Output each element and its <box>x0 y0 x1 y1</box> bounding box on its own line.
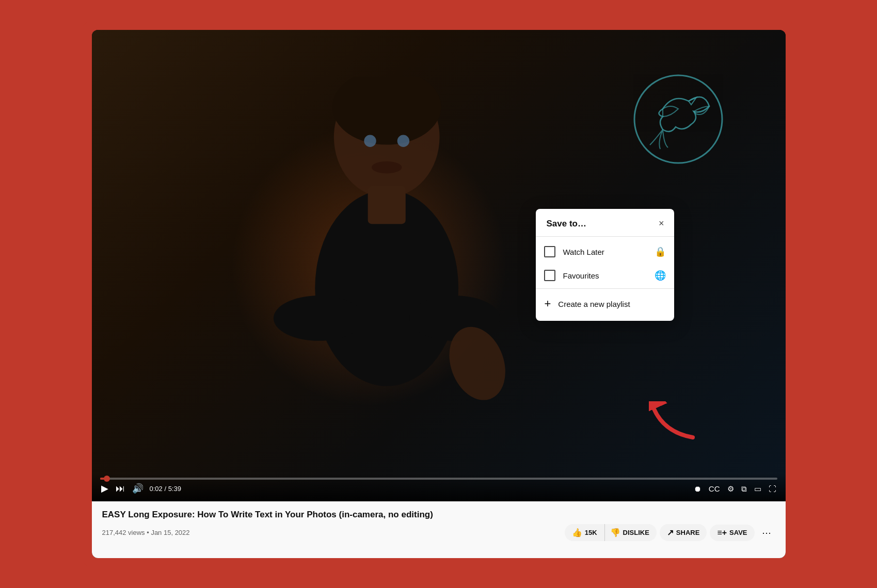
svg-point-9 <box>371 161 401 173</box>
create-new-playlist-item[interactable]: + Create a new playlist <box>536 290 674 318</box>
action-buttons: 👍 15K 👎 DISLIKE ↗ SHARE <box>565 524 775 541</box>
video-views: 217,442 views • Jan 15, 2022 <box>102 529 190 536</box>
neon-logo <box>627 68 730 171</box>
favourites-privacy-icon: 🌐 <box>655 270 666 281</box>
dialog-header: Save to… × <box>536 209 674 237</box>
favourites-checkbox[interactable] <box>544 270 555 281</box>
svg-rect-3 <box>368 186 405 224</box>
next-button[interactable]: ⏭ <box>115 483 126 494</box>
player-container: ▶ ⏭ 🔊 0:02 / 5:39 ⏺ CC ⚙ ⧉ ▭ ⛶ <box>92 30 786 558</box>
controls-row: ▶ ⏭ 🔊 0:02 / 5:39 ⏺ CC ⚙ ⧉ ▭ ⛶ <box>100 483 777 494</box>
dialog-divider <box>536 288 674 289</box>
watch-later-label: Watch Later <box>563 248 647 256</box>
svg-point-4 <box>273 296 363 341</box>
save-icon: ≡+ <box>717 528 727 537</box>
time-display: 0:02 / 5:39 <box>150 485 181 493</box>
share-icon: ↗ <box>667 528 674 537</box>
thumbs-up-icon: 👍 <box>572 528 582 537</box>
settings-button[interactable]: ⚙ <box>726 484 735 494</box>
video-background: ▶ ⏭ 🔊 0:02 / 5:39 ⏺ CC ⚙ ⧉ ▭ ⛶ <box>92 30 786 501</box>
svg-point-7 <box>364 135 376 147</box>
share-label: SHARE <box>676 529 700 536</box>
share-button[interactable]: ↗ SHARE <box>660 524 707 541</box>
progress-dot <box>104 476 110 482</box>
create-playlist-label: Create a new playlist <box>558 300 630 308</box>
dislike-label: DISLIKE <box>623 529 649 536</box>
theater-button[interactable]: ▭ <box>753 484 762 494</box>
watch-later-checkbox[interactable] <box>544 246 555 257</box>
miniplayer-button[interactable]: ⧉ <box>740 484 748 494</box>
fullscreen-button[interactable]: ⛶ <box>768 484 777 494</box>
video-title: EASY Long Exposure: How To Write Text in… <box>102 510 775 520</box>
favourites-label: Favourites <box>563 271 647 280</box>
controls-bar: ▶ ⏭ 🔊 0:02 / 5:39 ⏺ CC ⚙ ⧉ ▭ ⛶ <box>92 473 786 501</box>
plus-icon: + <box>544 297 551 311</box>
dialog-title: Save to… <box>546 219 586 229</box>
outer-border: ▶ ⏭ 🔊 0:02 / 5:39 ⏺ CC ⚙ ⧉ ▭ ⛶ <box>83 21 795 567</box>
person-silhouette <box>265 77 508 454</box>
svg-point-8 <box>397 135 409 147</box>
favourites-item[interactable]: Favourites 🌐 <box>536 264 674 287</box>
autoplay-button[interactable]: ⏺ <box>693 484 703 494</box>
watch-later-item[interactable]: Watch Later 🔒 <box>536 240 674 264</box>
more-options-button[interactable]: ⋯ <box>758 525 775 541</box>
thumbs-down-icon: 👎 <box>610 528 620 537</box>
like-dislike-group: 👍 15K 👎 DISLIKE <box>565 524 657 541</box>
svg-point-10 <box>634 75 722 163</box>
play-button[interactable]: ▶ <box>100 483 109 494</box>
video-info-bar: EASY Long Exposure: How To Write Text in… <box>92 501 786 558</box>
volume-button[interactable]: 🔊 <box>131 483 145 494</box>
progress-bar[interactable] <box>100 478 777 480</box>
captions-button[interactable]: CC <box>708 484 721 494</box>
like-count: 15K <box>585 529 597 536</box>
progress-fill <box>100 478 107 480</box>
close-dialog-button[interactable]: × <box>657 217 666 230</box>
like-button[interactable]: 👍 15K <box>565 524 605 541</box>
dialog-list: Watch Later 🔒 Favourites 🌐 + Create a ne… <box>536 237 674 321</box>
video-area: ▶ ⏭ 🔊 0:02 / 5:39 ⏺ CC ⚙ ⧉ ▭ ⛶ <box>92 30 786 501</box>
save-dialog: Save to… × Watch Later 🔒 Favourites 🌐 <box>536 209 674 321</box>
watch-later-privacy-icon: 🔒 <box>655 246 666 257</box>
dislike-button[interactable]: 👎 DISLIKE <box>605 524 657 541</box>
controls-right: ⏺ CC ⚙ ⧉ ▭ ⛶ <box>693 484 777 494</box>
save-label: SAVE <box>729 529 747 536</box>
save-button[interactable]: ≡+ SAVE <box>710 525 754 541</box>
video-meta-row: 217,442 views • Jan 15, 2022 👍 15K 👎 DIS… <box>102 524 775 541</box>
